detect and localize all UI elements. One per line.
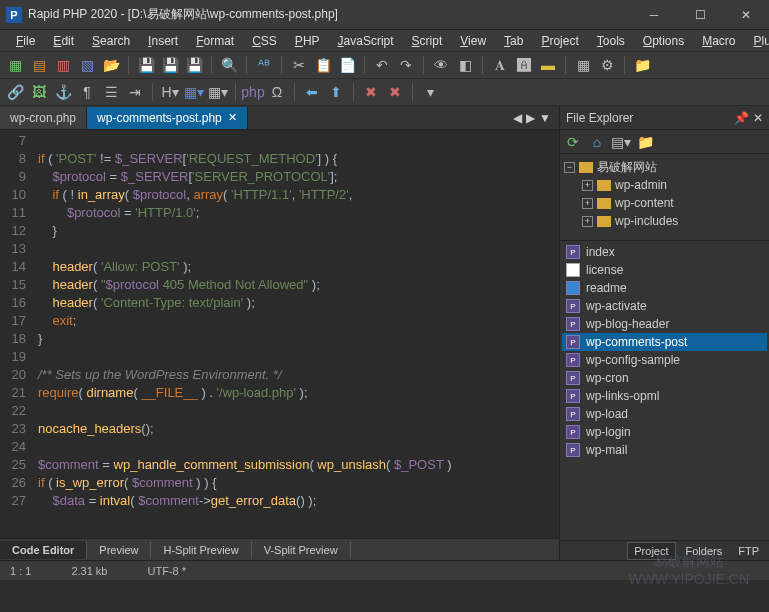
btab-hsplit[interactable]: H-Split Preview (151, 541, 251, 559)
redo-icon[interactable]: ↷ (397, 56, 415, 74)
btab-preview[interactable]: Preview (87, 541, 151, 559)
paste-icon[interactable]: 📄 (338, 56, 356, 74)
folder-wp-includes[interactable]: +wp-includes (562, 212, 767, 230)
doc-icon[interactable]: ▥ (54, 56, 72, 74)
preview-icon[interactable]: 👁 (432, 56, 450, 74)
menu-view[interactable]: View (452, 32, 494, 50)
menu-tab[interactable]: Tab (496, 32, 531, 50)
save-as-icon[interactable]: 💾 (185, 56, 203, 74)
menu-plugins[interactable]: Plugins (746, 32, 769, 50)
list-icon[interactable]: ☰ (102, 83, 120, 101)
file-wp-login[interactable]: Pwp-login (562, 423, 767, 441)
folder-易破解网站[interactable]: −易破解网站 (562, 158, 767, 176)
arrow-up-icon[interactable]: ⬆ (327, 83, 345, 101)
menu-format[interactable]: Format (188, 32, 242, 50)
menu-javascript[interactable]: JavaScript (330, 32, 402, 50)
misc-icon[interactable]: ▾ (421, 83, 439, 101)
menu-script[interactable]: Script (404, 32, 451, 50)
folder-tree[interactable]: −易破解网站+wp-admin+wp-content+wp-includes (560, 154, 769, 234)
btab-vsplit[interactable]: V-Split Preview (252, 541, 351, 559)
menu-file[interactable]: File (8, 32, 43, 50)
folder-wp-admin[interactable]: +wp-admin (562, 176, 767, 194)
file-wp-mail[interactable]: Pwp-mail (562, 441, 767, 459)
collapse-icon[interactable]: − (564, 162, 575, 173)
save-icon[interactable]: 💾 (137, 56, 155, 74)
expand-icon[interactable]: + (582, 216, 593, 227)
menu-insert[interactable]: Insert (140, 32, 186, 50)
grid-insert-icon[interactable]: ▦▾ (209, 83, 227, 101)
cross-icon[interactable]: ✖ (362, 83, 380, 101)
folder-tool-icon[interactable]: 📁 (633, 56, 651, 74)
minimize-button[interactable]: ─ (631, 0, 677, 30)
file-wp-cron[interactable]: Pwp-cron (562, 369, 767, 387)
tab-next-icon[interactable]: ▶ (526, 111, 535, 125)
file-list[interactable]: PindexlicensereadmePwp-activatePwp-blog-… (560, 240, 769, 540)
tab-wp-comments-post[interactable]: wp-comments-post.php✕ (87, 107, 248, 129)
heading-icon[interactable]: H▾ (161, 83, 179, 101)
undo-icon[interactable]: ↶ (373, 56, 391, 74)
copy-icon[interactable]: 📋 (314, 56, 332, 74)
refresh-icon[interactable]: ⟳ (564, 133, 582, 151)
menu-search[interactable]: Search (84, 32, 138, 50)
anchor-icon[interactable]: ⚓ (54, 83, 72, 101)
code-editor[interactable]: 789101112131415161718192021222324252627 … (0, 130, 559, 538)
file-wp-blog-header[interactable]: Pwp-blog-header (562, 315, 767, 333)
menu-php[interactable]: PHP (287, 32, 328, 50)
cross-alt-icon[interactable]: ✖ (386, 83, 404, 101)
panel-close-icon[interactable]: ✕ (753, 111, 763, 125)
table-insert-icon[interactable]: ▦▾ (185, 83, 203, 101)
expand-icon[interactable]: + (582, 198, 593, 209)
pin-icon[interactable]: 📌 (734, 111, 749, 125)
folder-wp-content[interactable]: +wp-content (562, 194, 767, 212)
cut-icon[interactable]: ✂ (290, 56, 308, 74)
tab-menu-icon[interactable]: ▼ (539, 111, 551, 125)
php-icon[interactable]: php (244, 83, 262, 101)
menu-macro[interactable]: Macro (694, 32, 743, 50)
arrow-left-icon[interactable]: ⬅ (303, 83, 321, 101)
file-wp-load[interactable]: Pwp-load (562, 405, 767, 423)
save-all-icon[interactable]: 💾 (161, 56, 179, 74)
file-readme[interactable]: readme (562, 279, 767, 297)
image-icon[interactable]: 🖼 (30, 83, 48, 101)
file-license[interactable]: license (562, 261, 767, 279)
spellcheck-icon[interactable]: ᴬᴮ (255, 56, 273, 74)
file-wp-config-sample[interactable]: Pwp-config-sample (562, 351, 767, 369)
menu-css[interactable]: CSS (244, 32, 285, 50)
menu-options[interactable]: Options (635, 32, 692, 50)
pbtab-ftp[interactable]: FTP (732, 543, 765, 559)
pbtab-project[interactable]: Project (627, 542, 675, 560)
indent-icon[interactable]: ⇥ (126, 83, 144, 101)
tab-wp-cron[interactable]: wp-cron.php (0, 107, 87, 129)
color-icon[interactable]: 🅰 (515, 56, 533, 74)
close-tab-icon[interactable]: ✕ (228, 111, 237, 124)
home-icon[interactable]: ⌂ (588, 133, 606, 151)
file-wp-links-opml[interactable]: Pwp-links-opml (562, 387, 767, 405)
link-icon[interactable]: 🔗 (6, 83, 24, 101)
open-icon[interactable]: 📂 (102, 56, 120, 74)
menu-tools[interactable]: Tools (589, 32, 633, 50)
menu-edit[interactable]: Edit (45, 32, 82, 50)
up-folder-icon[interactable]: 📁 (636, 133, 654, 151)
bold-icon[interactable]: 𝐀 (491, 56, 509, 74)
new-file-icon[interactable]: ▦ (6, 56, 24, 74)
close-button[interactable]: ✕ (723, 0, 769, 30)
grid-icon[interactable]: ▦ (574, 56, 592, 74)
split-icon[interactable]: ◧ (456, 56, 474, 74)
tab-prev-icon[interactable]: ◀ (513, 111, 522, 125)
paragraph-icon[interactable]: ¶ (78, 83, 96, 101)
maximize-button[interactable]: ☐ (677, 0, 723, 30)
file-index[interactable]: Pindex (562, 243, 767, 261)
file-wp-activate[interactable]: Pwp-activate (562, 297, 767, 315)
menu-project[interactable]: Project (533, 32, 586, 50)
pbtab-folders[interactable]: Folders (680, 543, 729, 559)
new-icon[interactable]: ▤ (30, 56, 48, 74)
expand-icon[interactable]: + (582, 180, 593, 191)
tool-icon[interactable]: ⚙ (598, 56, 616, 74)
btab-code-editor[interactable]: Code Editor (0, 541, 87, 559)
html-icon[interactable]: ▧ (78, 56, 96, 74)
file-wp-comments-post[interactable]: Pwp-comments-post (562, 333, 767, 351)
code-content[interactable]: if ( 'POST' != $_SERVER['REQUEST_METHOD'… (32, 130, 559, 538)
highlight-icon[interactable]: ▬ (539, 56, 557, 74)
omega-icon[interactable]: Ω (268, 83, 286, 101)
search-icon[interactable]: 🔍 (220, 56, 238, 74)
